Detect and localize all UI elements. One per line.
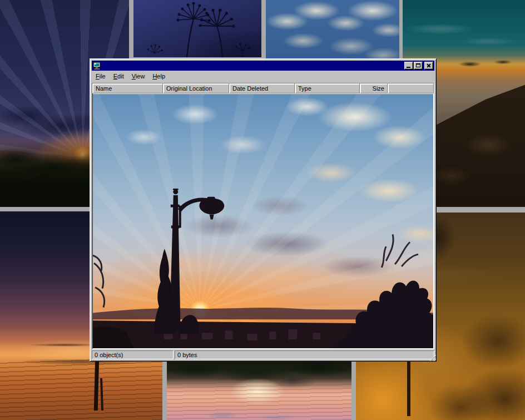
column-header-date-deleted[interactable]: Date Deleted <box>229 83 295 93</box>
minimize-button[interactable] <box>404 62 413 70</box>
list-client-area: Name Original Location Date Deleted Type… <box>92 83 434 349</box>
bg-photo-plant-silhouette <box>133 0 261 57</box>
menu-view[interactable]: View <box>128 72 149 81</box>
photo-silhouettes <box>93 94 433 348</box>
menu-edit[interactable]: Edit <box>110 72 128 81</box>
list-viewport-sunset-photo[interactable] <box>93 94 433 348</box>
status-object-count: 0 object(s) <box>92 350 174 359</box>
menu-file[interactable]: File <box>92 72 110 81</box>
column-header-original-location[interactable]: Original Location <box>163 83 229 93</box>
plant-silhouette-graphic <box>133 0 261 57</box>
bg-ripples <box>167 379 351 420</box>
computer-icon <box>93 62 102 70</box>
status-bar: 0 object(s) 0 bytes <box>92 350 434 359</box>
maximize-button[interactable] <box>414 62 423 70</box>
close-button[interactable] <box>424 62 433 70</box>
window-controls <box>404 62 433 70</box>
column-header-filler <box>388 83 434 93</box>
column-header-size[interactable]: Size <box>360 83 388 93</box>
menu-bar: File Edit View Help <box>91 71 435 82</box>
titlebar[interactable] <box>92 61 434 71</box>
recycle-bin-window: File Edit View Help Name Original Locati… <box>90 58 437 362</box>
bg-water <box>0 359 162 420</box>
column-header-type[interactable]: Type <box>295 83 360 93</box>
bg-photo-water-reflection <box>167 360 351 420</box>
menu-help[interactable]: Help <box>148 72 169 81</box>
column-header-row: Name Original Location Date Deleted Type… <box>92 83 434 93</box>
status-size: 0 bytes <box>175 350 434 359</box>
column-header-name[interactable]: Name <box>92 83 163 93</box>
bg-lamp-pole-blur <box>407 360 410 416</box>
minimize-icon <box>407 67 410 68</box>
maximize-icon <box>416 63 420 67</box>
